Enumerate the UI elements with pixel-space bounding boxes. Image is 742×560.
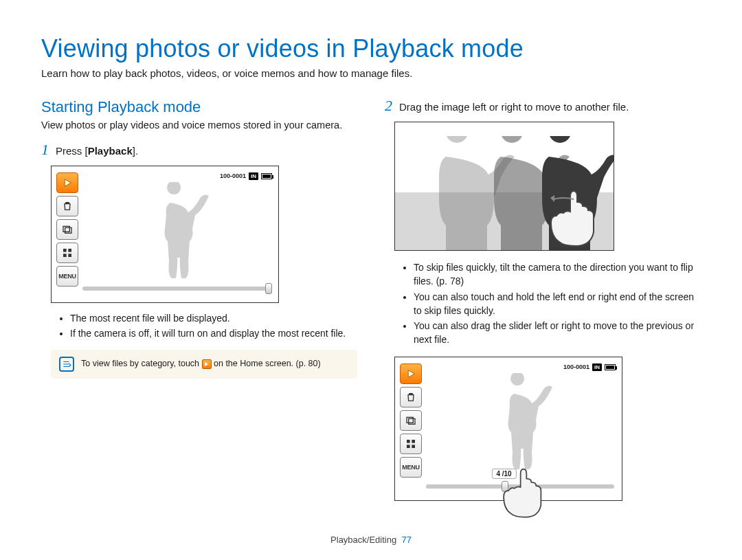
screen-sidebar: MENU <box>56 172 80 287</box>
step-1: 1 Press [Playback]. <box>41 142 357 157</box>
svg-rect-13 <box>407 445 410 448</box>
trash-icon <box>405 392 416 403</box>
list-item: The most recent file will be displayed. <box>70 311 357 325</box>
screen-status-bar: 100-0001 IN <box>563 363 616 371</box>
step-number: 2 <box>385 98 392 113</box>
note-text: To view files by category, touch on the … <box>81 358 321 370</box>
scrub-slider[interactable] <box>82 287 271 291</box>
right-column: 2 Drag the image left or right to move t… <box>385 98 701 509</box>
camera-screen-2: MENU 100-0001 IN 4 /10 <box>394 357 622 501</box>
album-icon <box>202 359 212 369</box>
section-heading: Starting Playback mode <box>41 98 357 116</box>
list-item: If the camera is off, it will turn on an… <box>70 326 357 340</box>
screen-sidebar: MENU <box>400 363 423 478</box>
svg-rect-6 <box>68 254 71 257</box>
screen-status-bar: 100-0001 IN <box>220 172 272 180</box>
storage-badge: IN <box>249 172 258 180</box>
svg-rect-5 <box>63 254 67 257</box>
manual-page: Viewing photos or videos in Playback mod… <box>0 0 742 560</box>
svg-rect-10 <box>409 418 415 424</box>
tip-callout: To view files by category, touch on the … <box>51 350 357 379</box>
note-prefix: To view files by category, touch <box>81 359 202 368</box>
play-icon <box>405 368 417 380</box>
slideshow-button[interactable] <box>56 219 78 240</box>
svg-marker-7 <box>550 195 554 202</box>
slideshow-icon <box>405 415 416 426</box>
thumbnails-icon <box>405 438 416 449</box>
svg-marker-0 <box>65 179 71 186</box>
slideshow-icon <box>62 224 73 235</box>
trash-icon <box>62 201 73 212</box>
svg-rect-3 <box>63 249 67 252</box>
play-icon <box>61 177 74 189</box>
file-id: 100-0001 <box>563 363 589 370</box>
screen-inner: MENU 100-0001 IN 4 /10 <box>397 359 620 498</box>
svg-rect-9 <box>407 417 413 423</box>
step-text: Press [Playback]. <box>56 145 138 157</box>
battery-icon <box>605 364 616 370</box>
swipe-illustration <box>394 122 614 251</box>
thumbnails-button[interactable] <box>56 243 78 263</box>
slideshow-button[interactable] <box>400 410 422 431</box>
svg-rect-4 <box>68 249 71 252</box>
menu-button[interactable]: MENU <box>56 266 78 287</box>
svg-rect-1 <box>63 226 69 232</box>
svg-rect-12 <box>412 440 415 443</box>
step-text: Drag the image left or right to move to … <box>399 101 629 113</box>
footer-page-number: 77 <box>401 535 411 545</box>
delete-button[interactable] <box>56 196 78 216</box>
list-item: To skip files quickly, tilt the camera t… <box>414 260 701 289</box>
list-item: You can also drag the slider left or rig… <box>414 319 701 347</box>
page-title: Viewing photos or videos in Playback mod… <box>41 34 701 63</box>
two-column-layout: Starting Playback mode View photos or pl… <box>41 98 701 509</box>
thumbnails-button[interactable] <box>400 434 422 454</box>
play-button[interactable] <box>400 363 422 384</box>
file-id: 100-0001 <box>220 172 246 179</box>
photo-silhouette <box>129 182 218 285</box>
menu-button[interactable]: MENU <box>400 457 422 478</box>
drag-hand-icon <box>499 464 548 519</box>
photo-silhouette <box>473 373 562 476</box>
step-number: 1 <box>41 142 49 157</box>
step2-notes: To skip files quickly, tilt the camera t… <box>394 260 701 347</box>
page-intro: Learn how to play back photos, videos, o… <box>41 67 701 79</box>
section-description: View photos or play videos and voice mem… <box>41 119 357 133</box>
step-2: 2 Drag the image left or right to move t… <box>385 98 701 113</box>
svg-rect-11 <box>407 440 410 443</box>
camera-screen-1: MENU 100-0001 IN <box>51 166 279 303</box>
thumbnails-icon <box>62 247 73 258</box>
page-footer: Playback/Editing 77 <box>0 535 742 545</box>
list-item: You can also touch and hold the left end… <box>414 290 701 318</box>
storage-badge: IN <box>592 363 602 371</box>
note-suffix: on the Home screen. (p. 80) <box>212 359 321 368</box>
note-icon <box>59 357 74 372</box>
left-column: Starting Playback mode View photos or pl… <box>41 98 357 509</box>
step1-notes: The most recent file will be displayed. … <box>51 311 357 341</box>
play-button[interactable] <box>56 172 78 193</box>
step-text-prefix: Press [ <box>56 145 88 157</box>
delete-button[interactable] <box>400 387 422 407</box>
step-text-suffix: ]. <box>133 145 138 157</box>
svg-rect-2 <box>65 227 71 233</box>
battery-icon <box>261 173 272 179</box>
step-text-bold: Playback <box>88 145 133 157</box>
svg-marker-8 <box>408 370 414 378</box>
footer-section: Playback/Editing <box>330 535 396 545</box>
slider-knob[interactable] <box>265 283 272 294</box>
screen-inner: MENU 100-0001 IN <box>54 168 276 300</box>
swipe-hand-icon <box>546 186 601 247</box>
svg-rect-14 <box>412 445 415 448</box>
